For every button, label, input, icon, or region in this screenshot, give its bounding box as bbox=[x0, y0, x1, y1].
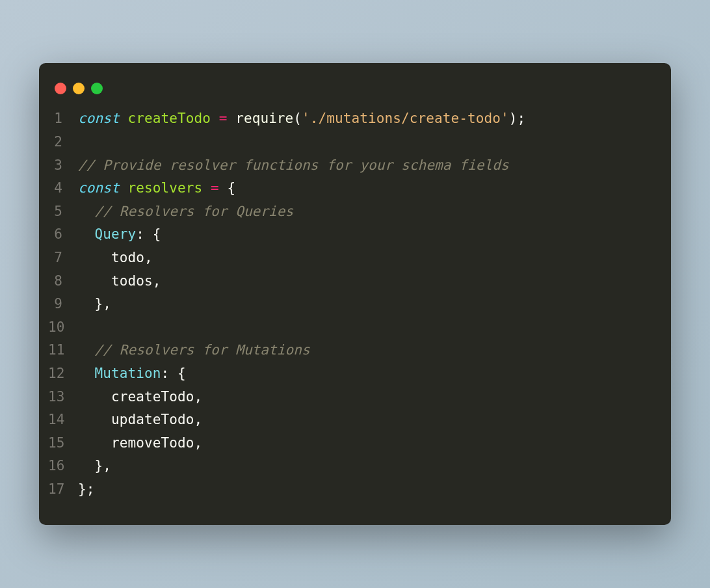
line-number: 14 bbox=[48, 408, 78, 432]
line-content: createTodo, bbox=[78, 386, 202, 409]
line-number: 15 bbox=[48, 432, 78, 455]
line-number: 2 bbox=[48, 131, 78, 154]
line-number: 3 bbox=[48, 154, 78, 178]
line-content: updateTodo, bbox=[78, 408, 202, 432]
maximize-icon[interactable] bbox=[91, 83, 103, 94]
line-content: Query: { bbox=[78, 223, 161, 247]
line-content: }, bbox=[78, 455, 111, 478]
code-line: 15 removeTodo, bbox=[48, 432, 655, 455]
code-line: 10 bbox=[48, 316, 655, 340]
line-content: todo, bbox=[78, 247, 153, 270]
line-number: 10 bbox=[48, 316, 78, 340]
line-number: 8 bbox=[48, 270, 78, 293]
window-controls bbox=[39, 79, 671, 107]
minimize-icon[interactable] bbox=[73, 83, 85, 94]
code-line: 12 Mutation: { bbox=[48, 362, 655, 386]
code-line: 1const createTodo = require('./mutations… bbox=[48, 107, 655, 131]
line-content: // Resolvers for Queries bbox=[78, 200, 293, 224]
code-line: 3// Provide resolver functions for your … bbox=[48, 154, 655, 178]
line-number: 13 bbox=[48, 386, 78, 409]
line-number: 1 bbox=[48, 107, 78, 131]
line-content: // Resolvers for Mutations bbox=[78, 339, 310, 362]
line-number: 5 bbox=[48, 200, 78, 224]
line-number: 9 bbox=[48, 293, 78, 316]
code-line: 17}; bbox=[48, 478, 655, 501]
line-content: const createTodo = require('./mutations/… bbox=[78, 107, 525, 131]
line-content bbox=[78, 316, 86, 340]
code-line: 2 bbox=[48, 131, 655, 154]
line-number: 16 bbox=[48, 455, 78, 478]
line-number: 7 bbox=[48, 247, 78, 270]
line-content: todos, bbox=[78, 270, 161, 293]
code-window: 1const createTodo = require('./mutations… bbox=[39, 63, 671, 524]
code-line: 11 // Resolvers for Mutations bbox=[48, 339, 655, 362]
code-line: 6 Query: { bbox=[48, 223, 655, 247]
line-content: Mutation: { bbox=[78, 362, 186, 386]
line-content: }, bbox=[78, 293, 111, 316]
line-number: 6 bbox=[48, 223, 78, 247]
code-editor[interactable]: 1const createTodo = require('./mutations… bbox=[39, 107, 671, 501]
code-line: 8 todos, bbox=[48, 270, 655, 293]
line-number: 11 bbox=[48, 339, 78, 362]
line-number: 17 bbox=[48, 478, 78, 501]
line-content: // Provide resolver functions for your s… bbox=[78, 154, 509, 178]
close-icon[interactable] bbox=[55, 83, 66, 94]
line-content: removeTodo, bbox=[78, 432, 202, 455]
code-line: 13 createTodo, bbox=[48, 386, 655, 409]
code-line: 16 }, bbox=[48, 455, 655, 478]
code-line: 5 // Resolvers for Queries bbox=[48, 200, 655, 224]
code-line: 4const resolvers = { bbox=[48, 177, 655, 200]
line-content: const resolvers = { bbox=[78, 177, 235, 200]
code-line: 14 updateTodo, bbox=[48, 408, 655, 432]
line-number: 4 bbox=[48, 177, 78, 200]
code-line: 7 todo, bbox=[48, 247, 655, 270]
line-content bbox=[78, 131, 86, 154]
line-number: 12 bbox=[48, 362, 78, 386]
line-content: }; bbox=[78, 478, 95, 501]
code-line: 9 }, bbox=[48, 293, 655, 316]
